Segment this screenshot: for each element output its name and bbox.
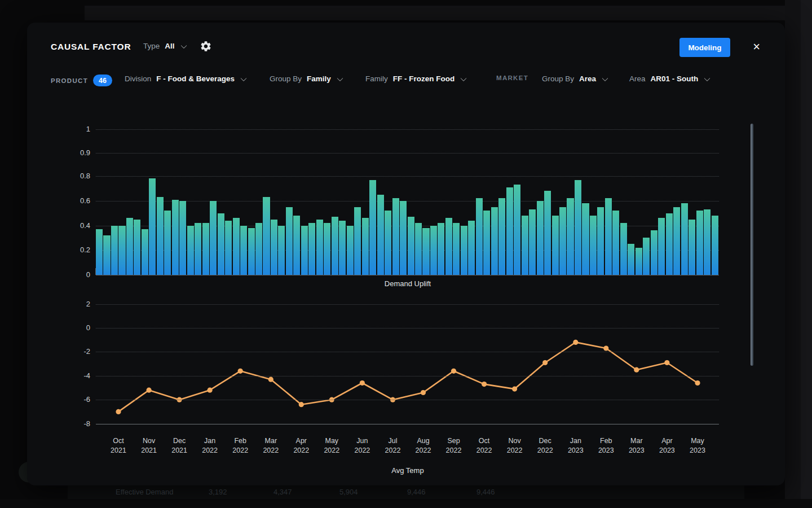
demand-uplift-bar[interactable]	[552, 216, 559, 275]
demand-uplift-bar[interactable]	[498, 198, 505, 275]
area-dropdown[interactable]: Area AR01 - South	[629, 75, 709, 83]
avg-temp-point[interactable]	[421, 390, 426, 395]
demand-uplift-bar[interactable]	[597, 207, 604, 275]
demand-uplift-bar[interactable]	[628, 244, 634, 275]
division-dropdown[interactable]: Division F - Food & Beverages	[125, 75, 246, 83]
demand-uplift-bar[interactable]	[666, 213, 673, 275]
demand-uplift-bar[interactable]	[400, 201, 407, 275]
demand-uplift-bar[interactable]	[96, 229, 103, 275]
demand-uplift-bar[interactable]	[255, 223, 262, 275]
demand-uplift-bar[interactable]	[605, 198, 612, 275]
avg-temp-point[interactable]	[147, 388, 152, 393]
demand-uplift-bar[interactable]	[316, 220, 323, 275]
demand-uplift-bar[interactable]	[453, 223, 460, 275]
demand-uplift-bar[interactable]	[590, 216, 597, 275]
demand-uplift-bar[interactable]	[651, 230, 657, 275]
demand-uplift-bar[interactable]	[248, 228, 255, 275]
avg-temp-point[interactable]	[512, 387, 517, 392]
demand-uplift-bar[interactable]	[476, 198, 483, 275]
demand-uplift-bar[interactable]	[491, 207, 498, 275]
demand-uplift-bar[interactable]	[522, 216, 528, 275]
demand-uplift-bar[interactable]	[195, 223, 201, 275]
demand-uplift-bar[interactable]	[696, 211, 703, 275]
avg-temp-point[interactable]	[238, 369, 243, 374]
demand-uplift-bar[interactable]	[422, 228, 429, 275]
demand-uplift-bar[interactable]	[111, 226, 118, 275]
demand-uplift-bar[interactable]	[225, 221, 232, 275]
demand-uplift-bar[interactable]	[164, 211, 171, 275]
demand-uplift-bar[interactable]	[385, 211, 391, 275]
demand-uplift-bar[interactable]	[582, 203, 589, 275]
demand-uplift-bar[interactable]	[445, 218, 452, 275]
demand-uplift-bar[interactable]	[415, 223, 422, 275]
avg-temp-point[interactable]	[360, 380, 365, 386]
demand-uplift-bar[interactable]	[354, 207, 361, 275]
demand-uplift-bar[interactable]	[157, 197, 164, 275]
demand-uplift-bar[interactable]	[704, 209, 710, 275]
avg-temp-point[interactable]	[695, 380, 700, 386]
demand-uplift-bar[interactable]	[673, 207, 680, 275]
avg-temp-point[interactable]	[208, 388, 213, 393]
type-dropdown[interactable]: Type All	[143, 42, 186, 50]
demand-uplift-bar[interactable]	[339, 221, 346, 275]
avg-temp-point[interactable]	[116, 409, 121, 414]
demand-uplift-bar[interactable]	[689, 220, 695, 275]
demand-uplift-bar[interactable]	[271, 220, 277, 275]
demand-uplift-bar[interactable]	[347, 226, 354, 275]
demand-uplift-bar[interactable]	[643, 238, 650, 275]
demand-uplift-bar[interactable]	[392, 198, 399, 275]
demand-uplift-bar[interactable]	[620, 223, 627, 275]
demand-uplift-bar[interactable]	[202, 223, 209, 275]
demand-uplift-bar[interactable]	[149, 178, 156, 275]
vertical-scrollbar[interactable]	[751, 124, 753, 366]
modeling-button[interactable]: Modeling	[679, 38, 730, 57]
demand-uplift-bar[interactable]	[179, 201, 186, 275]
demand-uplift-bar[interactable]	[529, 209, 536, 275]
settings-gear-icon[interactable]	[200, 40, 212, 52]
demand-uplift-bar[interactable]	[544, 191, 551, 275]
close-icon[interactable]: ×	[753, 39, 760, 55]
demand-uplift-bar[interactable]	[218, 213, 224, 275]
demand-uplift-bar[interactable]	[301, 226, 308, 275]
avg-temp-point[interactable]	[603, 345, 608, 351]
avg-temp-point[interactable]	[299, 402, 304, 407]
demand-uplift-bar[interactable]	[483, 211, 490, 275]
demand-uplift-bar[interactable]	[559, 207, 566, 275]
demand-uplift-bar[interactable]	[377, 195, 384, 275]
demand-uplift-bar[interactable]	[240, 226, 247, 275]
demand-uplift-bar[interactable]	[567, 198, 573, 275]
demand-uplift-bar[interactable]	[210, 201, 217, 275]
avg-temp-point[interactable]	[542, 360, 548, 365]
demand-uplift-bar[interactable]	[293, 216, 300, 275]
avg-temp-point[interactable]	[451, 369, 456, 374]
demand-uplift-bar[interactable]	[712, 216, 718, 275]
avg-temp-point[interactable]	[573, 340, 578, 345]
market-groupby-dropdown[interactable]: Group By Area	[542, 75, 607, 83]
avg-temp-point[interactable]	[268, 377, 273, 382]
family-dropdown[interactable]: Family FF - Frozen Food	[365, 75, 466, 83]
demand-uplift-bar[interactable]	[575, 180, 581, 275]
demand-uplift-bar[interactable]	[362, 218, 369, 275]
demand-uplift-bar[interactable]	[187, 226, 194, 275]
demand-uplift-bar[interactable]	[369, 180, 376, 275]
demand-uplift-bar[interactable]	[278, 226, 285, 275]
demand-uplift-bar[interactable]	[537, 201, 544, 275]
demand-uplift-bar[interactable]	[658, 218, 665, 275]
demand-uplift-bar[interactable]	[514, 185, 520, 275]
demand-uplift-bar[interactable]	[134, 220, 140, 275]
demand-uplift-bar[interactable]	[430, 226, 437, 275]
avg-temp-point[interactable]	[634, 367, 639, 373]
demand-uplift-bar[interactable]	[681, 203, 688, 275]
avg-temp-point[interactable]	[482, 382, 487, 387]
demand-uplift-bar[interactable]	[506, 187, 513, 275]
demand-uplift-bar[interactable]	[308, 223, 315, 275]
demand-uplift-bar[interactable]	[636, 248, 642, 275]
demand-uplift-bar[interactable]	[438, 223, 444, 275]
demand-uplift-bar[interactable]	[126, 218, 133, 275]
demand-uplift-bar[interactable]	[172, 200, 179, 275]
demand-uplift-bar[interactable]	[263, 197, 270, 275]
demand-uplift-bar[interactable]	[103, 235, 110, 275]
product-groupby-dropdown[interactable]: Group By Family	[270, 75, 342, 83]
demand-uplift-bar[interactable]	[468, 221, 475, 275]
demand-uplift-bar[interactable]	[461, 226, 467, 275]
